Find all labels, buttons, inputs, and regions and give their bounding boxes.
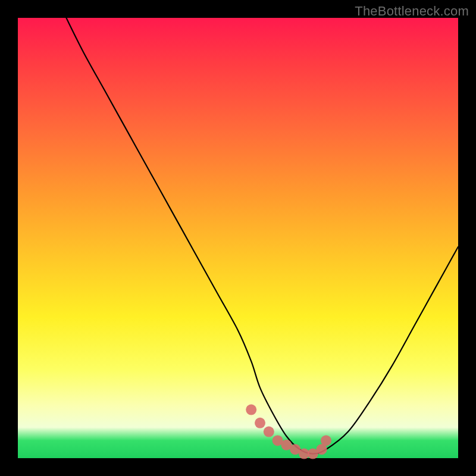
chart-svg	[18, 18, 458, 458]
trough-marker	[246, 405, 256, 415]
chart-plot-area	[18, 18, 458, 458]
trough-marker	[321, 435, 331, 446]
trough-marker-group	[246, 405, 331, 459]
trough-marker	[264, 427, 274, 437]
trough-marker	[255, 418, 265, 428]
attribution-label: TheBottleneck.com	[355, 4, 469, 19]
bottleneck-curve-path	[66, 18, 458, 454]
chart-stage: TheBottleneck.com	[0, 0, 476, 476]
